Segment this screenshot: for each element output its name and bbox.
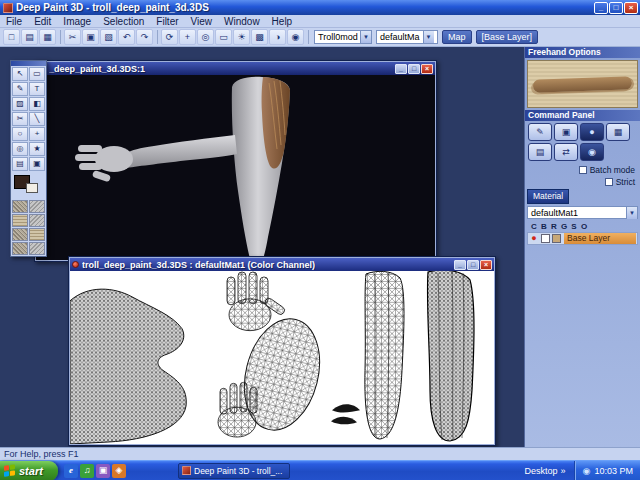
menu-image[interactable]: Image [57, 16, 97, 27]
ellipse-tool-button[interactable]: ○ [12, 127, 28, 141]
layer-color-swatch[interactable] [541, 234, 550, 243]
line-tool-button[interactable]: ╲ [29, 112, 45, 126]
pencil-tool-button[interactable]: ✎ [12, 82, 28, 96]
base-layer-name[interactable]: Base Layer [564, 233, 636, 244]
menu-window[interactable]: Window [218, 16, 266, 27]
show-desktop-icon[interactable]: ▣ [96, 464, 110, 478]
minimize-button[interactable]: _ [395, 64, 407, 74]
shaded-view-button[interactable]: ◑ [269, 29, 286, 45]
material-combo-value: defaultMa [377, 32, 423, 42]
panel-command-button[interactable]: ▣ [554, 123, 578, 141]
minimize-button[interactable]: _ [594, 2, 608, 14]
rotate-view-button[interactable]: ⟳ [161, 29, 178, 45]
chevron-down-icon[interactable]: ▼ [423, 31, 434, 43]
paint-command-button[interactable]: ✎ [528, 123, 552, 141]
texture-thumbnail[interactable] [29, 214, 45, 227]
app-titlebar[interactable]: Deep Paint 3D - troll_deep_paint_3d.3DS … [0, 0, 640, 15]
save-button[interactable]: ▦ [39, 29, 56, 45]
menu-edit[interactable]: Edit [28, 16, 57, 27]
start-button[interactable]: start [0, 461, 58, 480]
maximize-button[interactable]: □ [408, 64, 420, 74]
deep-paint-task-button[interactable]: Deep Paint 3D - troll_... [178, 463, 290, 479]
uv-editor-window[interactable]: troll_deep_paint_3d.3DS : defaultMat1 (C… [68, 256, 496, 446]
media-player-icon[interactable]: ♫ [80, 464, 94, 478]
texture-thumbnail[interactable] [12, 228, 28, 241]
uv-canvas[interactable] [70, 271, 494, 444]
wireframe-button[interactable]: ▩ [251, 29, 268, 45]
brush-stroke-preview[interactable] [527, 60, 638, 108]
star-tool-button[interactable]: ★ [29, 142, 45, 156]
swatch-tool-button[interactable]: ▣ [29, 157, 45, 171]
uv-editor-titlebar[interactable]: troll_deep_paint_3d.3DS : defaultMat1 (C… [70, 258, 494, 271]
texture-thumbnail[interactable] [29, 242, 45, 255]
open-button[interactable]: ▤ [21, 29, 38, 45]
texture-view-button[interactable]: ◉ [287, 29, 304, 45]
texture-thumbnail[interactable] [12, 200, 28, 213]
spheres-command-button[interactable]: ● [580, 123, 604, 141]
messenger-icon[interactable]: ◈ [112, 464, 126, 478]
lighting-button[interactable]: ☀ [233, 29, 250, 45]
chevron-down-icon[interactable]: ▼ [626, 207, 637, 219]
material-label: Material [527, 189, 569, 204]
material-select[interactable]: defaultMat1 ▼ [527, 206, 638, 219]
fit-view-button[interactable]: ▭ [215, 29, 232, 45]
desktop-toolbar[interactable]: Desktop » [525, 466, 566, 476]
toolbox-palette[interactable]: ↖ ▭ ✎ T ▨ ◧ ✂ ╲ ○ + ◎ ★ ▤ ▣ [10, 60, 47, 257]
3d-view-window[interactable]: _deep_paint_3d.3DS:1 _ □ × [34, 60, 437, 262]
background-color-swatch[interactable] [26, 183, 38, 193]
close-button[interactable]: × [480, 260, 492, 270]
texture-thumbnail[interactable] [29, 228, 45, 241]
material-combo[interactable]: defaultMa ▼ [376, 30, 438, 44]
strict-checkbox[interactable] [605, 178, 613, 186]
3d-viewport[interactable] [36, 75, 435, 260]
redo-button[interactable]: ↷ [136, 29, 153, 45]
layers-command-button[interactable]: ▤ [528, 143, 552, 161]
menu-filter[interactable]: Filter [150, 16, 184, 27]
transfer-command-button[interactable]: ⇄ [554, 143, 578, 161]
base-layer-row[interactable]: ● Base Layer [527, 232, 638, 245]
menu-file[interactable]: File [0, 16, 28, 27]
maximize-button[interactable]: □ [467, 260, 479, 270]
zoom-tool-button[interactable]: ◎ [12, 142, 28, 156]
batch-mode-checkbox-row[interactable]: Batch mode [579, 165, 635, 175]
cross-tool-button[interactable]: + [29, 127, 45, 141]
grid-command-button[interactable]: ▦ [606, 123, 630, 141]
close-button[interactable]: × [624, 2, 638, 14]
menu-help[interactable]: Help [266, 16, 299, 27]
minimize-button[interactable]: _ [454, 260, 466, 270]
fill-tool-button[interactable]: ◧ [29, 97, 45, 111]
layer-texture-swatch[interactable] [552, 234, 561, 243]
paste-button[interactable]: ▧ [100, 29, 117, 45]
zoom-view-button[interactable]: ◎ [197, 29, 214, 45]
internet-explorer-icon[interactable]: e [64, 464, 78, 478]
close-button[interactable]: × [421, 64, 433, 74]
chevron-icon[interactable]: » [561, 466, 566, 476]
mode-checkboxes: Batch mode Strict [525, 161, 640, 189]
grid-tool-button[interactable]: ▤ [12, 157, 28, 171]
strict-checkbox-row[interactable]: Strict [605, 177, 635, 187]
batch-mode-checkbox[interactable] [579, 166, 587, 174]
menu-selection[interactable]: Selection [97, 16, 150, 27]
chevron-down-icon[interactable]: ▼ [360, 31, 371, 43]
maximize-button[interactable]: □ [609, 2, 623, 14]
map-button[interactable]: Map [442, 30, 472, 44]
text-tool-button[interactable]: T [29, 82, 45, 96]
menu-view[interactable]: View [185, 16, 219, 27]
3d-view-titlebar[interactable]: _deep_paint_3d.3DS:1 _ □ × [36, 62, 435, 75]
cut-tool-button[interactable]: ✂ [12, 112, 28, 126]
copy-button[interactable]: ▣ [82, 29, 99, 45]
new-button[interactable]: □ [3, 29, 20, 45]
marquee-tool-button[interactable]: ▭ [29, 67, 45, 81]
texture-thumbnail[interactable] [12, 214, 28, 227]
model-combo[interactable]: Troll0mod ▼ [314, 30, 372, 44]
pan-view-button[interactable]: + [179, 29, 196, 45]
undo-button[interactable]: ↶ [118, 29, 135, 45]
cut-button[interactable]: ✂ [64, 29, 81, 45]
pattern-tool-button[interactable]: ▨ [12, 97, 28, 111]
select-tool-button[interactable]: ↖ [12, 67, 28, 81]
volume-icon[interactable]: ◉ [583, 466, 591, 476]
clock[interactable]: 10:03 PM [594, 466, 633, 476]
texture-thumbnail[interactable] [29, 200, 45, 213]
sphere-command-button[interactable]: ◉ [580, 143, 604, 161]
texture-thumbnail[interactable] [12, 242, 28, 255]
